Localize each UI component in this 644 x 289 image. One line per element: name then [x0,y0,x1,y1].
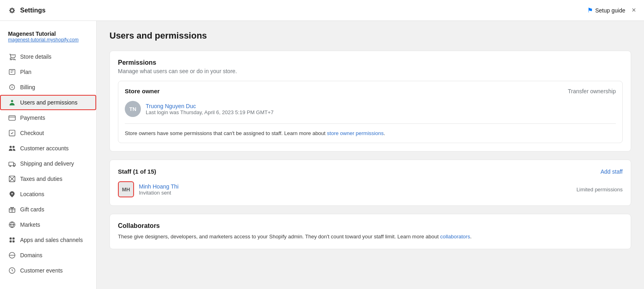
svg-rect-4 [9,162,14,166]
sidebar-item-taxes[interactable]: Taxes and duties [0,171,96,187]
svg-rect-0 [9,70,15,75]
sidebar-item-locations[interactable]: Locations [0,187,96,202]
setup-guide-link[interactable]: ⚑ Setup guide [587,6,625,14]
shipping-icon [8,160,16,168]
customer-accounts-icon [8,144,16,152]
permissions-section-subtitle: Manage what users can see or do in your … [118,68,623,74]
plan-label: Plan [20,69,31,75]
markets-icon [8,221,16,229]
page-title: Users and permissions [109,31,631,41]
store-name: Magenest Tutorial [8,31,88,37]
svg-rect-2 [9,116,15,121]
collaborators-text-before: These give designers, developers, and ma… [118,234,440,240]
permissions-note-text: Store owners have some permissions that … [125,130,327,136]
sidebar-item-customer-events[interactable]: Customer events [0,263,96,278]
permissions-section-title: Permissions [118,59,623,66]
locations-label: Locations [20,191,44,197]
topbar-left: Settings [8,6,45,14]
taxes-label: Taxes and duties [20,176,62,182]
taxes-icon [8,175,16,183]
staff-status: Invitation sent [139,190,179,196]
gift-cards-label: Gift cards [20,206,44,213]
owner-avatar: TN [125,101,141,117]
domains-icon [8,251,16,259]
sidebar-item-customer-accounts[interactable]: Customer accounts [0,141,96,156]
store-details-label: Store details [20,53,52,60]
sidebar-nav: Store details Plan Billing [0,49,96,278]
customer-accounts-label: Customer accounts [20,145,69,152]
sidebar: Magenest Tutorial magenest-tutorial.mysh… [0,21,97,289]
store-url[interactable]: magenest-tutorial.myshopify.com [8,37,88,43]
customer-events-icon [8,266,16,275]
staff-avatar: MH [118,181,134,197]
billing-label: Billing [20,84,35,90]
sidebar-item-markets[interactable]: Markets [0,217,96,232]
permissions-note-end: . [384,130,385,136]
sidebar-item-store-details[interactable]: Store details [0,49,96,64]
owner-row: TN Truong Nguyen Duc Last login was Thur… [125,101,616,117]
plan-icon [8,68,16,76]
user-permissions-icon [8,98,16,107]
sidebar-item-payments[interactable]: Payments [0,110,96,125]
staff-header: Staff (1 of 15) Add staff [118,168,623,175]
staff-row: MH Minh Hoang Thi Invitation sent Limite… [118,181,623,197]
owner-info: Truong Nguyen Duc Last login was Thursda… [146,103,274,115]
locations-icon [8,190,16,198]
owner-last-login: Last login was Thursday, April 6, 2023 5… [146,109,274,115]
staff-permissions-badge: Limited permissions [576,187,623,193]
markets-label: Markets [20,221,40,228]
store-owner-permissions-link[interactable]: store owner permissions [327,130,384,136]
collaborators-title: Collaborators [118,222,623,230]
store-owner-title: Store owner [125,88,160,94]
sidebar-item-domains[interactable]: Domains [0,248,96,263]
topbar-right: ⚑ Setup guide × [587,6,636,14]
main-layout: Magenest Tutorial magenest-tutorial.mysh… [0,21,644,289]
store-info: Magenest Tutorial magenest-tutorial.mysh… [0,27,96,49]
permissions-note: Store owners have some permissions that … [125,123,616,136]
staff-title: Staff (1 of 15) [118,168,156,175]
collaborators-link[interactable]: collaborators [440,234,470,240]
settings-gear-icon [8,6,16,14]
checkout-icon [8,129,16,137]
staff-info: Minh Hoang Thi Invitation sent [139,183,179,196]
users-permissions-label: Users and permissions [20,99,77,106]
checkout-label: Checkout [20,130,44,136]
close-button[interactable]: × [632,6,636,14]
customer-events-label: Customer events [20,267,63,274]
content-area: Users and permissions Permissions Manage… [97,21,644,289]
svg-point-5 [10,166,11,167]
payments-icon [8,114,16,122]
store-owner-card: Store owner Transfer ownership TN Truong… [118,81,623,143]
topbar: Settings ⚑ Setup guide × [0,0,644,21]
store-owner-header: Store owner Transfer ownership [125,88,616,94]
staff-name[interactable]: Minh Hoang Thi [139,183,179,190]
collaborators-card: Collaborators These give designers, deve… [109,214,631,249]
sidebar-item-shipping[interactable]: Shipping and delivery [0,156,96,171]
collaborators-text: These give designers, developers, and ma… [118,233,623,241]
sidebar-item-apps-channels[interactable]: Apps and sales channels [0,232,96,248]
flag-icon: ⚑ [587,6,593,14]
owner-name[interactable]: Truong Nguyen Duc [146,103,274,109]
sidebar-item-users-permissions[interactable]: Users and permissions [0,95,96,110]
setup-guide-label: Setup guide [595,7,625,14]
staff-card: Staff (1 of 15) Add staff MH Minh Hoang … [109,160,631,206]
domains-label: Domains [20,252,42,258]
store-icon [8,53,16,61]
sidebar-item-plan[interactable]: Plan [0,64,96,80]
transfer-ownership-link[interactable]: Transfer ownership [568,88,616,94]
collaborators-text-after: . [470,234,472,240]
sidebar-item-billing[interactable]: Billing [0,80,96,95]
sidebar-item-checkout[interactable]: Checkout [0,125,96,141]
add-staff-link[interactable]: Add staff [601,168,623,175]
topbar-title: Settings [20,7,45,14]
gift-icon [8,205,16,213]
sidebar-item-gift-cards[interactable]: Gift cards [0,202,96,217]
permissions-card: Permissions Manage what users can see or… [109,51,631,152]
payments-label: Payments [20,115,45,121]
shipping-label: Shipping and delivery [20,160,74,167]
apps-channels-label: Apps and sales channels [20,237,83,243]
billing-icon [8,83,16,91]
staff-row-left: MH Minh Hoang Thi Invitation sent [118,181,179,197]
svg-point-6 [14,166,15,167]
apps-icon [8,236,16,244]
